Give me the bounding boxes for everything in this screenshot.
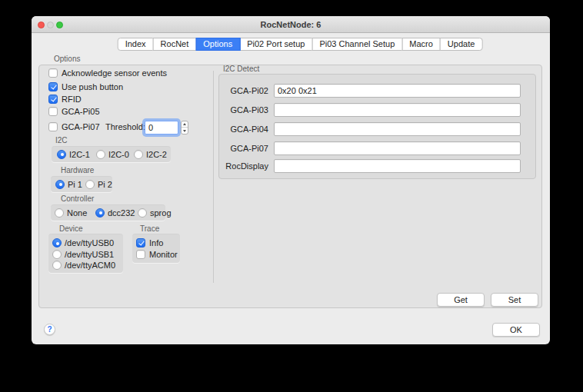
checkbox-label: Use push button	[62, 82, 123, 91]
get-button[interactable]: Get	[437, 293, 485, 307]
radio-i2c-1[interactable]: I2C-1	[57, 150, 90, 159]
tab-index[interactable]: Index	[118, 38, 154, 51]
radio-icon[interactable]	[52, 238, 62, 247]
radio-icon[interactable]	[55, 180, 65, 189]
tab-bar: Index RocNet Options Pi02 Port setup Pi0…	[118, 38, 483, 51]
radio-icon[interactable]	[96, 150, 105, 159]
rocnetnode-dialog: RocNetNode: 6 Index RocNet Options Pi02 …	[32, 16, 550, 344]
checkbox-icon[interactable]	[48, 107, 58, 116]
threshold-stepper[interactable]	[181, 121, 188, 135]
titlebar[interactable]: RocNetNode: 6	[32, 16, 550, 33]
radio-icon[interactable]	[52, 261, 62, 270]
checkbox-gca-pi05[interactable]: GCA-Pi05	[48, 106, 100, 117]
checkbox-label: GCA-Pi05	[62, 107, 100, 116]
window-title: RocNetNode: 6	[32, 16, 550, 33]
radio-dev-ttyusb0[interactable]: /dev/ttyUSB0	[52, 238, 114, 247]
radio-i2c-0[interactable]: I2C-0	[96, 150, 129, 159]
checkbox-label: GCA-Pi07	[62, 122, 100, 131]
gca-pi07-input[interactable]	[274, 141, 521, 155]
stepper-down-icon[interactable]	[182, 128, 188, 134]
radio-icon[interactable]	[138, 208, 147, 218]
radio-pi-2[interactable]: Pi 2	[85, 180, 112, 189]
checkbox-label: RFID	[62, 95, 82, 104]
detect-row-gca-pi02: GCA-Pi02	[219, 84, 535, 98]
field-label: GCA-Pi03	[219, 103, 268, 117]
trace-group-label: Trace	[140, 224, 159, 233]
detect-row-gca-pi04: GCA-Pi04	[219, 122, 535, 136]
gca-pi04-input[interactable]	[274, 122, 521, 136]
gca-pi02-input[interactable]	[274, 84, 521, 98]
hardware-group-box: Pi 1 Pi 2	[51, 176, 112, 192]
hardware-group-label: Hardware	[61, 166, 94, 174]
vertical-separator	[213, 71, 214, 283]
gca-pi03-input[interactable]	[274, 103, 521, 117]
checkbox-use-push-button[interactable]: Use push button	[48, 81, 123, 92]
ok-button[interactable]: OK	[492, 323, 540, 337]
stepper-up-icon[interactable]	[182, 121, 188, 128]
threshold-input[interactable]	[145, 121, 178, 135]
checkbox-rfid[interactable]: RFID	[48, 94, 82, 105]
i2c-group-box: I2C-1 I2C-0 I2C-2	[52, 146, 171, 162]
radio-i2c-2[interactable]: I2C-2	[134, 150, 167, 159]
checkbox-icon[interactable]	[136, 238, 145, 247]
tab-macro[interactable]: Macro	[401, 38, 441, 51]
radio-dev-ttyusb1[interactable]: /dev/ttyUSB1	[52, 250, 114, 259]
radio-sprog[interactable]: sprog	[138, 208, 172, 218]
radio-icon[interactable]	[85, 180, 95, 189]
radio-none[interactable]: None	[55, 208, 87, 218]
trace-group-box: Info Monitor	[132, 234, 180, 263]
checkbox-icon[interactable]	[48, 82, 58, 91]
radio-pi-1[interactable]: Pi 1	[55, 180, 82, 189]
checkbox-monitor[interactable]: Monitor	[136, 249, 178, 260]
i2c-detect-group-label: I2C Detect	[223, 65, 259, 73]
detect-row-gca-pi03: GCA-Pi03	[219, 103, 535, 117]
checkbox-icon[interactable]	[48, 122, 58, 131]
tab-update[interactable]: Update	[440, 38, 482, 51]
checkbox-info[interactable]: Info	[136, 238, 163, 248]
checkbox-icon[interactable]	[48, 68, 58, 78]
i2c-group-label: I2C	[55, 136, 68, 145]
detect-row-rocdisplay: RocDisplay	[219, 159, 535, 173]
set-button[interactable]: Set	[491, 293, 538, 307]
field-label: GCA-Pi04	[219, 122, 268, 136]
radio-icon[interactable]	[134, 150, 143, 159]
i2c-detect-group-box: GCA-Pi02 GCA-Pi03 GCA-Pi04 GCA-Pi07 RocD…	[218, 74, 536, 179]
checkbox-icon[interactable]	[48, 95, 58, 104]
rocdisplay-input[interactable]	[274, 159, 521, 173]
checkbox-gca-pi07[interactable]: GCA-Pi07	[48, 121, 100, 132]
tab-pi02-port-setup[interactable]: Pi02 Port setup	[239, 38, 312, 51]
radio-icon[interactable]	[52, 250, 62, 259]
threshold-label: Threshold:	[105, 121, 145, 132]
device-group-label: Device	[59, 224, 83, 233]
tab-options[interactable]: Options	[195, 38, 240, 51]
checkbox-acknowledge-sensor-events[interactable]: Acknowledge sensor events	[48, 68, 167, 78]
radio-icon[interactable]	[95, 208, 105, 218]
checkbox-label: Acknowledge sensor events	[62, 68, 167, 78]
radio-dev-ttyacm0[interactable]: /dev/ttyACM0	[52, 261, 115, 270]
screen-background: RocNetNode: 6 Index RocNet Options Pi02 …	[0, 0, 583, 392]
field-label: RocDisplay	[219, 159, 268, 173]
device-group-box: /dev/ttyUSB0 /dev/ttyUSB1 /dev/ttyACM0	[48, 234, 123, 273]
options-group-label: Options	[54, 55, 80, 63]
tab-rocnet[interactable]: RocNet	[153, 38, 197, 51]
field-label: GCA-Pi02	[219, 84, 268, 98]
radio-icon[interactable]	[55, 208, 64, 218]
field-label: GCA-Pi07	[219, 141, 268, 155]
radio-icon[interactable]	[57, 150, 66, 159]
radio-dcc232[interactable]: dcc232	[95, 208, 135, 218]
controller-group-label: Controller	[61, 194, 94, 203]
tab-pi03-channel-setup[interactable]: Pi03 Channel Setup	[311, 38, 402, 51]
help-button[interactable]: ?	[44, 324, 55, 335]
controller-group-box: None dcc232 sprog	[51, 204, 165, 221]
detect-row-gca-pi07: GCA-Pi07	[219, 141, 535, 155]
checkbox-icon[interactable]	[136, 250, 145, 259]
